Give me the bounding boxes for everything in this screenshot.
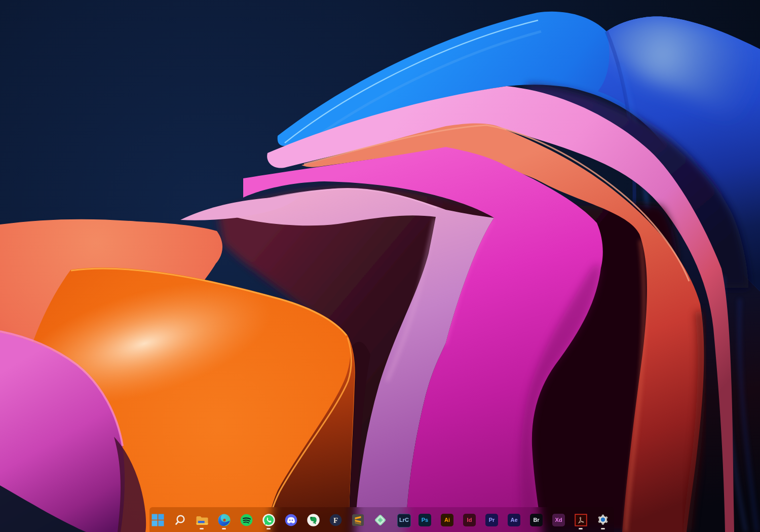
svg-text:F: F	[333, 516, 338, 524]
